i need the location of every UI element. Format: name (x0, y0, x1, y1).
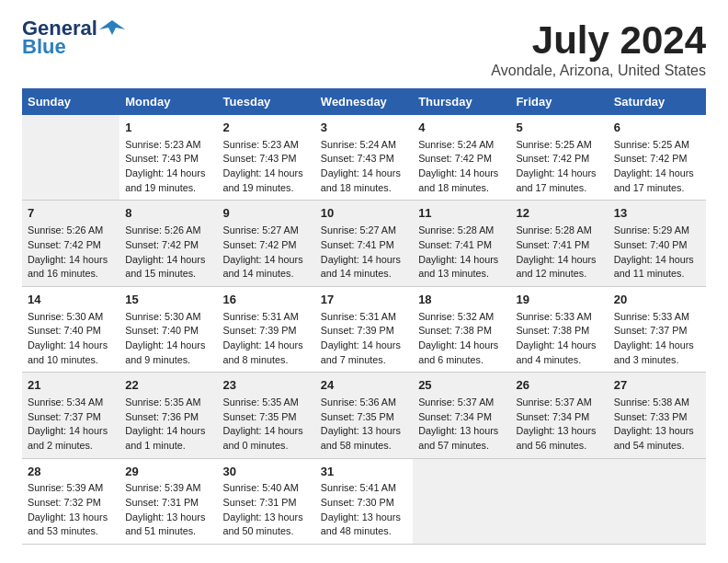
weekday-header-row: SundayMondayTuesdayWednesdayThursdayFrid… (22, 88, 706, 115)
weekday-header-thursday: Thursday (413, 88, 510, 115)
weekday-header-friday: Friday (510, 88, 608, 115)
calendar-cell: 23Sunrise: 5:35 AMSunset: 7:35 PMDayligh… (218, 373, 315, 458)
day-number: 29 (125, 464, 211, 481)
calendar-cell: 19Sunrise: 5:33 AMSunset: 7:38 PMDayligh… (510, 286, 608, 372)
calendar-cell: 10Sunrise: 5:27 AMSunset: 7:41 PMDayligh… (315, 201, 413, 286)
calendar-cell: 15Sunrise: 5:30 AMSunset: 7:40 PMDayligh… (119, 286, 217, 372)
calendar-cell: 5Sunrise: 5:25 AMSunset: 7:42 PMDaylight… (510, 115, 608, 201)
cell-content: Sunrise: 5:27 AMSunset: 7:41 PMDaylight:… (321, 224, 407, 282)
cell-content: Sunrise: 5:36 AMSunset: 7:35 PMDaylight:… (321, 396, 407, 454)
cell-content: Sunrise: 5:37 AMSunset: 7:34 PMDaylight:… (418, 396, 505, 454)
calendar-cell: 18Sunrise: 5:32 AMSunset: 7:38 PMDayligh… (413, 286, 510, 372)
cell-content: Sunrise: 5:23 AMSunset: 7:43 PMDaylight:… (125, 138, 211, 196)
day-number: 1 (125, 120, 211, 137)
calendar-cell: 4Sunrise: 5:24 AMSunset: 7:42 PMDaylight… (413, 115, 510, 201)
calendar-cell: 6Sunrise: 5:25 AMSunset: 7:42 PMDaylight… (609, 115, 706, 201)
day-number: 7 (28, 205, 114, 223)
day-number: 18 (418, 292, 505, 309)
month-title: July 2024 (491, 18, 706, 63)
day-number: 3 (321, 120, 407, 137)
cell-content: Sunrise: 5:29 AMSunset: 7:40 PMDaylight:… (614, 224, 700, 282)
cell-content: Sunrise: 5:39 AMSunset: 7:32 PMDaylight:… (28, 481, 114, 539)
calendar-cell: 13Sunrise: 5:29 AMSunset: 7:40 PMDayligh… (609, 201, 706, 286)
weekday-header-wednesday: Wednesday (315, 88, 413, 115)
calendar-cell (510, 458, 608, 544)
logo-bird-icon (99, 18, 125, 39)
day-number: 27 (614, 377, 700, 395)
day-number: 24 (321, 377, 407, 395)
calendar-cell: 25Sunrise: 5:37 AMSunset: 7:34 PMDayligh… (413, 373, 510, 458)
week-row-1: 1Sunrise: 5:23 AMSunset: 7:43 PMDaylight… (22, 115, 706, 201)
cell-content: Sunrise: 5:41 AMSunset: 7:30 PMDaylight:… (321, 481, 407, 539)
calendar-cell: 17Sunrise: 5:31 AMSunset: 7:39 PMDayligh… (315, 286, 413, 372)
calendar-cell: 28Sunrise: 5:39 AMSunset: 7:32 PMDayligh… (22, 458, 119, 544)
calendar-cell: 14Sunrise: 5:30 AMSunset: 7:40 PMDayligh… (22, 286, 119, 372)
cell-content: Sunrise: 5:26 AMSunset: 7:42 PMDaylight:… (125, 224, 211, 282)
svg-marker-0 (99, 20, 125, 35)
cell-content: Sunrise: 5:25 AMSunset: 7:42 PMDaylight:… (614, 138, 700, 196)
week-row-4: 21Sunrise: 5:34 AMSunset: 7:37 PMDayligh… (22, 373, 706, 458)
calendar-cell: 20Sunrise: 5:33 AMSunset: 7:37 PMDayligh… (609, 286, 706, 372)
calendar-cell: 26Sunrise: 5:37 AMSunset: 7:34 PMDayligh… (510, 373, 608, 458)
title-area: July 2024 Avondale, Arizona, United Stat… (491, 18, 706, 79)
calendar-cell: 29Sunrise: 5:39 AMSunset: 7:31 PMDayligh… (119, 458, 217, 544)
day-number: 30 (223, 464, 310, 481)
cell-content: Sunrise: 5:33 AMSunset: 7:38 PMDaylight:… (516, 310, 602, 368)
week-row-5: 28Sunrise: 5:39 AMSunset: 7:32 PMDayligh… (22, 458, 706, 544)
day-number: 12 (516, 205, 602, 223)
calendar-cell: 9Sunrise: 5:27 AMSunset: 7:42 PMDaylight… (218, 201, 315, 286)
day-number: 2 (223, 120, 310, 137)
day-number: 20 (614, 292, 700, 309)
day-number: 19 (516, 292, 602, 309)
cell-content: Sunrise: 5:35 AMSunset: 7:36 PMDaylight:… (125, 396, 211, 454)
calendar-cell: 3Sunrise: 5:24 AMSunset: 7:43 PMDaylight… (315, 115, 413, 201)
calendar-cell: 27Sunrise: 5:38 AMSunset: 7:33 PMDayligh… (609, 373, 706, 458)
day-number: 13 (614, 205, 700, 223)
calendar-cell (609, 458, 706, 544)
cell-content: Sunrise: 5:23 AMSunset: 7:43 PMDaylight:… (223, 138, 310, 196)
day-number: 5 (516, 120, 602, 137)
calendar-cell (22, 115, 119, 201)
calendar-cell (413, 458, 510, 544)
cell-content: Sunrise: 5:30 AMSunset: 7:40 PMDaylight:… (125, 310, 211, 368)
cell-content: Sunrise: 5:27 AMSunset: 7:42 PMDaylight:… (223, 224, 310, 282)
day-number: 10 (321, 205, 407, 223)
cell-content: Sunrise: 5:26 AMSunset: 7:42 PMDaylight:… (28, 224, 114, 282)
cell-content: Sunrise: 5:35 AMSunset: 7:35 PMDaylight:… (223, 396, 310, 454)
day-number: 14 (28, 292, 114, 309)
day-number: 22 (125, 377, 211, 395)
day-number: 11 (418, 205, 505, 223)
cell-content: Sunrise: 5:28 AMSunset: 7:41 PMDaylight:… (418, 224, 505, 282)
calendar-cell: 24Sunrise: 5:36 AMSunset: 7:35 PMDayligh… (315, 373, 413, 458)
day-number: 28 (28, 464, 114, 481)
cell-content: Sunrise: 5:24 AMSunset: 7:43 PMDaylight:… (321, 138, 407, 196)
location: Avondale, Arizona, United States (491, 63, 706, 79)
day-number: 6 (614, 120, 700, 137)
cell-content: Sunrise: 5:38 AMSunset: 7:33 PMDaylight:… (614, 396, 700, 454)
day-number: 31 (321, 464, 407, 481)
calendar-table: SundayMondayTuesdayWednesdayThursdayFrid… (22, 88, 706, 545)
calendar-cell: 12Sunrise: 5:28 AMSunset: 7:41 PMDayligh… (510, 201, 608, 286)
calendar-cell: 30Sunrise: 5:40 AMSunset: 7:31 PMDayligh… (218, 458, 315, 544)
page-header: General Blue July 2024 Avondale, Arizona… (22, 18, 706, 79)
cell-content: Sunrise: 5:33 AMSunset: 7:37 PMDaylight:… (614, 310, 700, 368)
logo-blue: Blue (22, 35, 66, 59)
day-number: 23 (223, 377, 310, 395)
calendar-cell: 1Sunrise: 5:23 AMSunset: 7:43 PMDaylight… (119, 115, 217, 201)
weekday-header-saturday: Saturday (609, 88, 706, 115)
cell-content: Sunrise: 5:31 AMSunset: 7:39 PMDaylight:… (321, 310, 407, 368)
calendar-cell: 2Sunrise: 5:23 AMSunset: 7:43 PMDaylight… (218, 115, 315, 201)
day-number: 17 (321, 292, 407, 309)
calendar-cell: 7Sunrise: 5:26 AMSunset: 7:42 PMDaylight… (22, 201, 119, 286)
day-number: 4 (418, 120, 505, 137)
calendar-cell: 21Sunrise: 5:34 AMSunset: 7:37 PMDayligh… (22, 373, 119, 458)
cell-content: Sunrise: 5:28 AMSunset: 7:41 PMDaylight:… (516, 224, 602, 282)
cell-content: Sunrise: 5:34 AMSunset: 7:37 PMDaylight:… (28, 396, 114, 454)
calendar-cell: 8Sunrise: 5:26 AMSunset: 7:42 PMDaylight… (119, 201, 217, 286)
day-number: 26 (516, 377, 602, 395)
weekday-header-tuesday: Tuesday (218, 88, 315, 115)
cell-content: Sunrise: 5:39 AMSunset: 7:31 PMDaylight:… (125, 481, 211, 539)
cell-content: Sunrise: 5:31 AMSunset: 7:39 PMDaylight:… (223, 310, 310, 368)
cell-content: Sunrise: 5:24 AMSunset: 7:42 PMDaylight:… (418, 138, 505, 196)
cell-content: Sunrise: 5:37 AMSunset: 7:34 PMDaylight:… (516, 396, 602, 454)
